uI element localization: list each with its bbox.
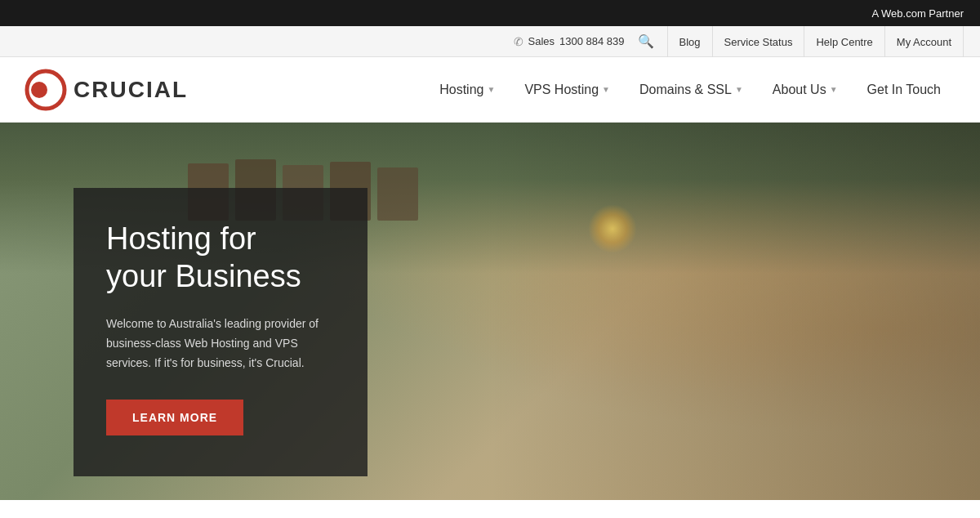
phone-icon: ✆ xyxy=(514,35,523,48)
top-bar: A Web.com Partner xyxy=(0,0,980,26)
phone-number: 1300 884 839 xyxy=(559,35,625,47)
main-nav: Hosting ▼ VPS Hosting ▼ Domains & SSL ▼ … xyxy=(425,57,956,123)
learn-more-button[interactable]: LEARN MORE xyxy=(106,400,243,435)
logo-text: CRUCIAL xyxy=(74,77,188,103)
nav-vps-hosting[interactable]: VPS Hosting ▼ xyxy=(510,57,625,123)
my-account-link[interactable]: My Account xyxy=(884,26,964,57)
nav-hosting[interactable]: Hosting ▼ xyxy=(425,57,510,123)
phone-section: ✆ Sales 1300 884 839 xyxy=(514,35,625,48)
help-centre-link[interactable]: Help Centre xyxy=(804,26,884,57)
top-bar-right: A Web.com Partner xyxy=(872,7,964,20)
secondary-nav-links: Blog Service Status Help Centre My Accou… xyxy=(667,26,964,56)
logo[interactable]: CRUCIAL xyxy=(24,69,188,111)
hero-content: Hosting for your Business Welcome to Aus… xyxy=(74,188,368,476)
phone-label: Sales xyxy=(528,35,555,47)
nav-domains-ssl[interactable]: Domains & SSL ▼ xyxy=(625,57,758,123)
svg-point-1 xyxy=(31,82,47,98)
domains-chevron-icon: ▼ xyxy=(735,85,743,94)
hero-section: Hosting for your Business Welcome to Aus… xyxy=(0,123,980,500)
service-status-link[interactable]: Service Status xyxy=(712,26,804,57)
hero-right-overlay xyxy=(490,123,980,500)
nav-about-us[interactable]: About Us ▼ xyxy=(758,57,853,123)
hosting-chevron-icon: ▼ xyxy=(487,85,495,94)
hero-title: Hosting for your Business xyxy=(106,221,335,295)
header: CRUCIAL Hosting ▼ VPS Hosting ▼ Domains … xyxy=(0,57,980,123)
logo-icon xyxy=(24,69,67,111)
about-chevron-icon: ▼ xyxy=(830,85,838,94)
nav-get-in-touch[interactable]: Get In Touch xyxy=(853,57,956,123)
blog-link[interactable]: Blog xyxy=(667,26,712,57)
partner-text: A Web.com Partner xyxy=(872,7,964,20)
vps-chevron-icon: ▼ xyxy=(602,85,610,94)
search-icon[interactable]: 🔍 xyxy=(638,33,654,49)
secondary-nav: ✆ Sales 1300 884 839 🔍 Blog Service Stat… xyxy=(0,26,980,57)
hero-subtitle: Welcome to Australia's leading provider … xyxy=(106,315,335,373)
